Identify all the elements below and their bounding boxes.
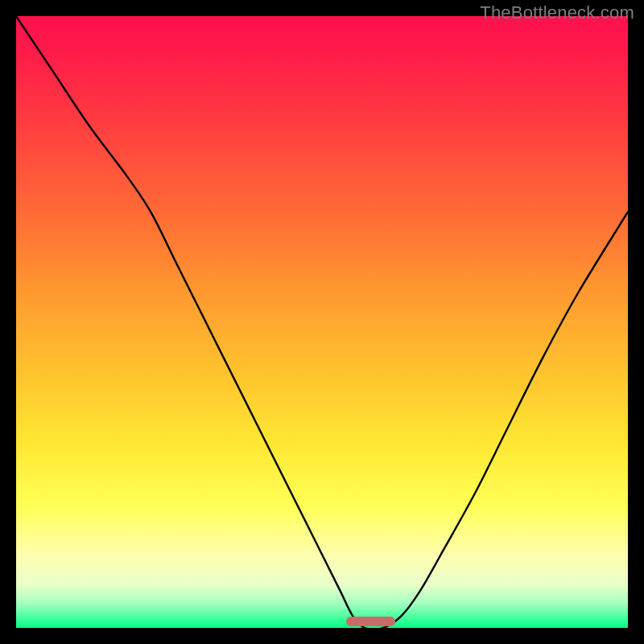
minimum-marker — [346, 617, 395, 626]
watermark-text: TheBottleneck.com — [480, 2, 634, 23]
plot-area — [16, 16, 628, 628]
chart-stage: TheBottleneck.com — [0, 0, 644, 644]
curve-svg — [16, 16, 628, 628]
bottleneck-curve — [16, 16, 628, 628]
